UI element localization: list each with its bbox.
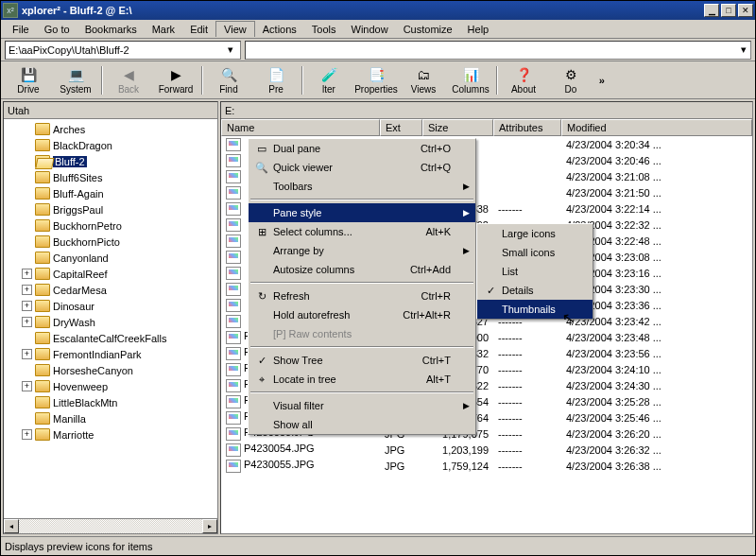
tree-node-fremontindianpark[interactable]: +FremontIndianPark xyxy=(4,346,217,362)
tree-node-cedarmesa[interactable]: +CedarMesa xyxy=(4,282,217,298)
tb-do[interactable]: ⚙Do xyxy=(547,63,594,97)
col-attr[interactable]: Attributes xyxy=(493,119,561,136)
tb-back[interactable]: ◀Back xyxy=(105,63,152,97)
file-row[interactable]: P4230054.JPGJPG1,203,199-------4/23/2004… xyxy=(221,442,752,458)
toolbar-overflow[interactable]: ›› xyxy=(594,75,608,86)
tb-system[interactable]: 💻System xyxy=(52,63,99,97)
tb-drive[interactable]: 💾Drive xyxy=(5,63,52,97)
menu-file[interactable]: File xyxy=(5,22,37,37)
menuitem-select-columns-[interactable]: ⊞Select columns...Alt+K xyxy=(249,222,475,241)
menu-edit[interactable]: Edit xyxy=(182,22,215,37)
expand-icon[interactable]: + xyxy=(22,301,32,311)
paneitem-thumbnails[interactable]: Thumbnails xyxy=(477,300,593,319)
col-ext[interactable]: Ext xyxy=(380,119,422,136)
tree-node-manilla[interactable]: Manilla xyxy=(4,410,217,426)
scroll-track[interactable] xyxy=(19,519,202,533)
file-row[interactable]: P4230055.JPGJPG1,759,124-------4/23/2004… xyxy=(221,458,752,474)
col-mod[interactable]: Modified xyxy=(561,119,752,136)
tree-label: Utah xyxy=(4,102,217,119)
minimize-button[interactable]: ▁ xyxy=(704,4,719,17)
expand-icon[interactable]: + xyxy=(22,285,32,295)
tree-node-dinosaur[interactable]: +Dinosaur xyxy=(4,298,217,314)
tree-node-briggspaul[interactable]: BriggsPaul xyxy=(4,201,217,217)
menuitem-dual-pane[interactable]: ▭Dual paneCtrl+O xyxy=(249,139,475,158)
tb-forward[interactable]: ▶Forward xyxy=(152,63,199,97)
menuitem-show-tree[interactable]: ✓Show TreeCtrl+T xyxy=(249,351,475,370)
tb-views[interactable]: 🗂Views xyxy=(400,63,447,97)
scroll-right-button[interactable]: ▸ xyxy=(202,519,217,533)
tree-node-buckhornpetro[interactable]: BuckhornPetro xyxy=(4,217,217,234)
menu-pane-style: Large iconsSmall iconsList✓DetailsThumbn… xyxy=(476,223,593,320)
menu-help[interactable]: Help xyxy=(460,22,497,37)
menu-window[interactable]: Window xyxy=(344,22,396,37)
col-size[interactable]: Size xyxy=(422,119,493,136)
menu-tools[interactable]: Tools xyxy=(304,22,344,37)
expand-icon[interactable]: + xyxy=(22,269,32,279)
expand-icon[interactable]: + xyxy=(22,429,32,440)
menu-mark[interactable]: Mark xyxy=(145,22,182,37)
menuitem-pane-style[interactable]: Pane style▶ xyxy=(249,203,475,222)
tb-find[interactable]: 🔍Find xyxy=(205,63,252,97)
maximize-button[interactable]: □ xyxy=(721,4,736,17)
menuitem-hold-autorefresh[interactable]: Hold autorefreshCtrl+Alt+R xyxy=(249,305,475,324)
paneitem-details[interactable]: ✓Details xyxy=(477,281,593,300)
address-box[interactable]: ▾ xyxy=(5,41,241,60)
menu-actions[interactable]: Actions xyxy=(255,22,304,37)
expand-icon[interactable]: + xyxy=(22,317,32,327)
combo-dropdown-icon[interactable]: ▾ xyxy=(737,43,750,56)
paneitem-list[interactable]: List xyxy=(477,262,593,281)
menuitem-quick-viewer[interactable]: 🔍Quick viewerCtrl+Q xyxy=(249,158,475,177)
tree-hscrollbar[interactable]: ◂ ▸ xyxy=(4,518,217,533)
menu-goto[interactable]: Go to xyxy=(37,22,77,37)
expand-icon[interactable]: + xyxy=(22,381,32,391)
scroll-left-button[interactable]: ◂ xyxy=(4,519,19,533)
tree-node-blackdragon[interactable]: BlackDragon xyxy=(4,137,217,153)
close-button[interactable]: ✕ xyxy=(738,4,753,17)
filter-icon: 🧪 xyxy=(320,66,337,83)
menu-customize[interactable]: Customize xyxy=(396,22,460,37)
tree-node-bluff-again[interactable]: Bluff-Again xyxy=(4,185,217,201)
tree-node-drywash[interactable]: +DryWash xyxy=(4,314,217,330)
folder-icon xyxy=(35,252,50,264)
menu-bookmarks[interactable]: Bookmarks xyxy=(77,22,145,37)
menuitem-autosize-columns[interactable]: Autosize columnsCtrl+Add xyxy=(249,260,475,279)
menu-icon: ⌖ xyxy=(252,374,271,386)
tree-node-escalantecalfcreekfalls[interactable]: EscalanteCalfCreekFalls xyxy=(4,330,217,346)
menuitem-refresh[interactable]: ↻RefreshCtrl+R xyxy=(249,287,475,305)
tb-about[interactable]: ❓About xyxy=(500,63,547,97)
tb-properties[interactable]: 📑Properties xyxy=(352,63,400,97)
tree-node-canyonland[interactable]: Canyonland xyxy=(4,250,217,266)
folder-icon xyxy=(35,203,50,216)
status-bar: Displays preview icons for items xyxy=(1,536,755,555)
col-name[interactable]: Name xyxy=(221,119,380,136)
app-icon: x² xyxy=(3,3,18,18)
paneitem-large-icons[interactable]: Large icons xyxy=(477,224,593,243)
tree-node-littleblackmtn[interactable]: LittleBlackMtn xyxy=(4,394,217,410)
tree-node-capitalreef[interactable]: +CapitalReef xyxy=(4,266,217,282)
tree-node-bluff6sites[interactable]: Bluff6Sites xyxy=(4,169,217,185)
menuitem-visual-filter[interactable]: Visual filter▶ xyxy=(249,396,475,415)
tb-preview[interactable]: 📄Pre xyxy=(252,63,300,97)
image-file-icon xyxy=(226,460,241,473)
secondary-combo[interactable]: ▾ xyxy=(245,41,751,60)
tree-node-hovenweep[interactable]: +Hovenweep xyxy=(4,378,217,394)
folder-icon xyxy=(35,428,50,441)
menuitem-locate-in-tree[interactable]: ⌖Locate in treeAlt+T xyxy=(249,370,475,389)
tb-columns[interactable]: 📊Columns xyxy=(447,63,494,97)
tree-node-arches[interactable]: Arches xyxy=(4,121,217,137)
menu-view[interactable]: View xyxy=(215,21,255,37)
window-title: xplorer² - Bluff-2 @ E:\ xyxy=(22,5,702,16)
tree-node-buckhornpicto[interactable]: BuckhornPicto xyxy=(4,234,217,250)
menuitem-arrange-by[interactable]: Arrange by▶ xyxy=(249,241,475,260)
expand-icon[interactable]: + xyxy=(22,349,32,359)
tree-node-horseshecanyon[interactable]: HorsesheCanyon xyxy=(4,362,217,378)
menuitem-show-all[interactable]: Show all xyxy=(249,415,475,434)
paneitem-small-icons[interactable]: Small icons xyxy=(477,243,593,262)
address-dropdown-icon[interactable]: ▾ xyxy=(224,43,237,56)
address-input[interactable] xyxy=(9,44,224,56)
tb-filter[interactable]: 🧪lter xyxy=(305,63,352,97)
tree-node-marriotte[interactable]: +Marriotte xyxy=(4,426,217,443)
folder-tree[interactable]: ArchesBlackDragonBluff-2Bluff6SitesBluff… xyxy=(4,119,217,518)
tree-node-bluff-2[interactable]: Bluff-2 xyxy=(4,153,217,169)
menuitem-toolbars[interactable]: Toolbars▶ xyxy=(249,177,475,196)
